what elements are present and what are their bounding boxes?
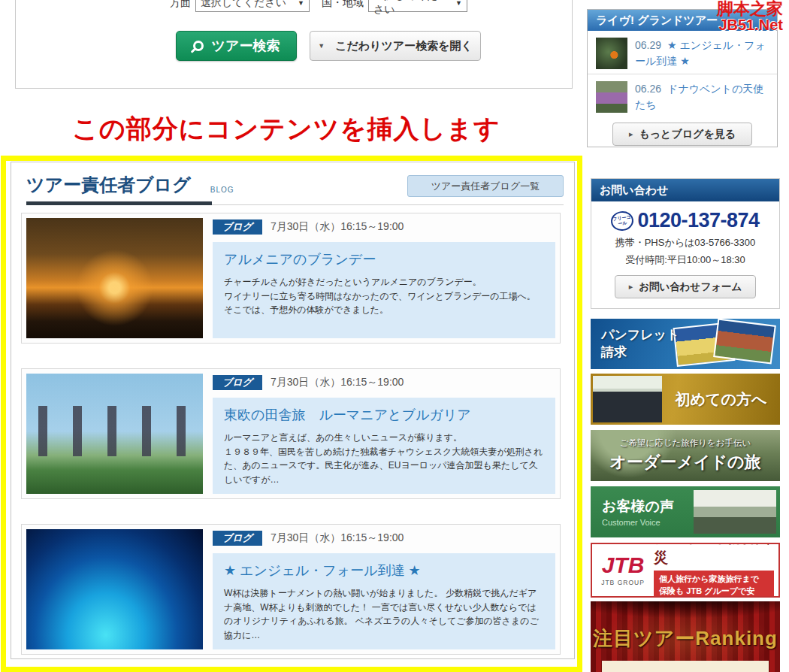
blog-entry-panel: 東欧の田舎旅 ルーマニアとブルガリア ルーマニアと言えば、あの生々しいニュースが…: [213, 398, 555, 494]
blog-entry-content: ブログ 7月30日（水）16:15～19:00 ★ エンジェル・フォール到達 ★…: [213, 529, 555, 649]
customer-voice-subtitle: Customer Voice: [602, 518, 694, 527]
tour-search-button-label: ツアー検索: [212, 37, 280, 55]
blog-header-underline-accent: [26, 201, 212, 205]
blog-section-subtitle: BLOG: [210, 186, 234, 194]
more-blogs-label: もっとブログを見る: [639, 128, 736, 141]
jtb-logo: JTB JTB GROUP: [592, 554, 654, 586]
search-buttons-row: ツアー検索 ▼ こだわりツアー検索を開く: [176, 31, 481, 61]
blog-entry[interactable]: ブログ 7月30日（水）16:15～19:00 ★ エンジェル・フォール到達 ★…: [21, 524, 561, 655]
blog-entry[interactable]: ブログ 7月30日（水）16:15～19:00 東欧の田舎旅 ルーマニアとブルガ…: [21, 368, 561, 499]
watermark-line1: 脚本之家: [717, 0, 783, 17]
jtb-logo-mark: JTB: [592, 554, 654, 577]
free-call-icon: フリーコール: [610, 210, 635, 232]
search-icon: [193, 41, 204, 51]
brochure-request-banner[interactable]: パンフレット 請求: [591, 319, 780, 369]
blue-cave-photo: [26, 529, 203, 649]
region-select[interactable]: 選択してください ▼: [368, 0, 467, 12]
jtb-group-label: JTB GROUP: [592, 579, 654, 586]
live-blog-item[interactable]: 06.29★ エンジェル・フォール到達 ★: [588, 31, 777, 74]
waterfall-group-photo: [694, 490, 776, 534]
more-blogs-button[interactable]: ▸ もっとブログを見る: [612, 123, 752, 146]
live-blog-thumbnail: [596, 81, 627, 113]
live-blog-text: 06.26ドナウベントの天使たち: [635, 81, 770, 113]
blog-header-underline: [26, 201, 564, 205]
blog-badge: ブログ: [213, 375, 262, 390]
blog-entry-body: W杯は決勝トーナメントの熱い闘いが始まりました。 少数精鋭で挑んだギアナ高地、W…: [224, 586, 544, 642]
direction-label: 方面: [170, 0, 191, 10]
page: 方面 選択してください ▼ 国・地域 選択してください ▼ ツアー検索 ▼ こだ…: [0, 0, 789, 672]
blog-entry-body: ルーマニアと言えば、あの生々しいニュースが蘇ります。 １９８９年、国民を苦しめ続…: [224, 431, 544, 486]
live-blog-date: 06.26: [635, 83, 661, 95]
blog-entry[interactable]: ブログ 7月30日（水）16:15～19:00 アルメニアのブランデー チャーチ…: [21, 213, 561, 344]
tour-search-button[interactable]: ツアー検索: [176, 31, 297, 61]
blog-entry-meta: ブログ 7月30日（水）16:15～19:00: [213, 374, 555, 392]
blog-entry-content: ブログ 7月30日（水）16:15～19:00 東欧の田舎旅 ルーマニアとブルガ…: [213, 374, 555, 494]
moai-statues-photo: [26, 374, 203, 494]
customer-voice-title: お客様の声: [602, 497, 694, 516]
advanced-search-label: こだわりツアー検索を開く: [335, 39, 473, 53]
first-time-banner[interactable]: 初めての方へ: [591, 374, 780, 425]
live-blog-item[interactable]: 06.26ドナウベントの天使たち: [588, 74, 777, 117]
region-select-value: 選択してください: [373, 0, 448, 17]
chevron-down-icon: ▼: [455, 0, 462, 7]
live-blog-thumbnail: [596, 38, 627, 69]
blog-badge: ブログ: [213, 531, 262, 546]
arrow-right-icon: ▸: [629, 282, 633, 292]
region-label: 国・地域: [322, 0, 364, 10]
chevron-down-icon: ▼: [318, 42, 325, 50]
mobile-phone-note: 携帯・PHSからは03-5766-3300: [591, 236, 779, 250]
blog-entry-body: チャーチルさんが好きだったというアルメニアのブランデー。 ワイナリーに立ち寄る時…: [224, 275, 544, 317]
advanced-search-toggle-button[interactable]: ▼ こだわりツアー検索を開く: [310, 31, 481, 61]
blog-entry-date: 7月30日（水）16:15～19:00: [271, 531, 404, 545]
blog-entry-meta: ブログ 7月30日（水）16:15～19:00: [213, 529, 555, 547]
customer-voice-text: お客様の声 Customer Voice: [591, 497, 694, 527]
insert-content-note: この部分にコンテンツを挿入します: [0, 112, 573, 147]
staff-photo: [593, 376, 662, 422]
blog-entry-date: 7月30日（水）16:15～19:00: [271, 220, 404, 234]
blog-entry-content: ブログ 7月30日（水）16:15～19:00 アルメニアのブランデー チャーチ…: [213, 218, 555, 338]
blog-entry-title[interactable]: 東欧の田舎旅 ルーマニアとブルガリア: [224, 406, 544, 424]
order-made-title: オーダーメイドの旅: [591, 451, 780, 474]
live-blog-date: 06.29: [635, 39, 661, 51]
contact-form-button[interactable]: ▸ お問い合わせフォーム: [615, 275, 756, 298]
order-made-subtitle: ご希望に応じた旅作りをお手伝い: [591, 437, 780, 449]
tour-blog-section: ツアー責任者ブログ BLOG ツアー責任者ブログ一覧 ブログ 7月30日（水）1…: [11, 162, 575, 659]
blog-entry-title[interactable]: ★ エンジェル・フォール到達 ★: [224, 562, 544, 580]
direction-select-value: 選択してください: [201, 0, 286, 10]
business-hours: 受付時間:平日10:00～18:30: [591, 253, 779, 267]
brochure-image: [713, 319, 776, 365]
contact-box: お問い合わせ フリーコール 0120-137-874 携帯・PHSからは03-5…: [591, 178, 780, 309]
blog-entry-panel: アルメニアのブランデー チャーチルさんが好きだったというアルメニアのブランデー。…: [213, 242, 555, 338]
phone-row: フリーコール 0120-137-874: [591, 209, 779, 232]
site-watermark: 脚本之家 JB51.Net: [717, 0, 783, 33]
brochure-banner-label: パンフレット 請求: [601, 327, 679, 362]
live-blog-text: 06.29★ エンジェル・フォール到達 ★: [635, 38, 770, 69]
direction-select[interactable]: 選択してください ▼: [195, 0, 310, 12]
jtb-insurance-title: ジェイアイ傷害火災: [654, 543, 774, 568]
blog-entry-panel: ★ エンジェル・フォール到達 ★ W杯は決勝トーナメントの熱い闘いが始まりました…: [213, 553, 555, 649]
blog-list-button[interactable]: ツアー責任者ブログ一覧: [407, 175, 564, 197]
jtb-insurance-banner[interactable]: JTB JTB GROUP ジェイアイ傷害火災 個人旅行から家族旅行まで 保険も…: [591, 543, 780, 598]
jtb-insurance-description: 個人旅行から家族旅行まで 保険も JTB グループで安心！: [654, 571, 774, 598]
customer-voice-banner[interactable]: お客様の声 Customer Voice: [591, 486, 780, 537]
featured-tour-ranking-banner[interactable]: 注目ツアーRanking: [591, 601, 780, 672]
search-filters-row: 方面 選択してください ▼ 国・地域 選択してください ▼: [170, 0, 467, 12]
contact-title: お問い合わせ: [591, 179, 779, 201]
contact-form-label: お問い合わせフォーム: [639, 280, 742, 294]
jtb-banner-text: ジェイアイ傷害火災 個人旅行から家族旅行まで 保険も JTB グループで安心！: [654, 543, 778, 598]
watermark-line2: JB51.Net: [717, 17, 783, 33]
first-time-banner-label: 初めての方へ: [662, 389, 780, 410]
tour-search-panel: 方面 選択してください ▼ 国・地域 選択してください ▼ ツアー検索 ▼ こだ…: [15, 0, 573, 89]
arrow-right-icon: ▸: [629, 129, 633, 139]
blog-section-header: ツアー責任者ブログ BLOG ツアー責任者ブログ一覧: [26, 173, 564, 197]
ranking-banner-stage: [602, 661, 769, 672]
blog-badge: ブログ: [213, 219, 262, 235]
ranking-banner-title: 注目ツアーRanking: [591, 625, 780, 652]
order-made-banner[interactable]: ご希望に応じた旅作りをお手伝い オーダーメイドの旅: [591, 430, 780, 481]
phone-number: 0120-137-874: [637, 209, 759, 232]
blog-entry-title[interactable]: アルメニアのブランデー: [224, 250, 544, 268]
blog-section-title: ツアー責任者ブログ: [26, 173, 191, 197]
chevron-down-icon: ▼: [298, 0, 304, 7]
blog-entry-meta: ブログ 7月30日（水）16:15～19:00: [213, 218, 555, 236]
baobab-sunset-photo: [26, 218, 203, 338]
